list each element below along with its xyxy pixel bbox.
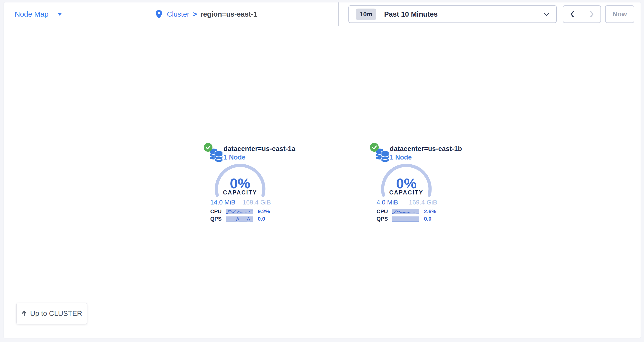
capacity-label: CAPACITY <box>370 189 443 196</box>
qps-metric-row: QPS 0.0 <box>376 216 432 222</box>
breadcrumb-current: region=us-east-1 <box>200 10 257 18</box>
qps-sparkline <box>392 216 419 222</box>
up-to-cluster-label: Up to CLUSTER <box>30 310 82 318</box>
locality-node-count[interactable]: 1 Node <box>224 154 246 161</box>
qps-label: QPS <box>376 216 392 222</box>
time-range-label: Past 10 Minutes <box>384 10 438 18</box>
view-selector-label: Node Map <box>15 10 48 18</box>
cpu-label: CPU <box>376 208 392 215</box>
capacity-total-value: 169.4 GiB <box>242 199 271 206</box>
top-bar-left: Node Map <box>4 2 156 26</box>
caret-down-icon <box>57 13 62 16</box>
locality-node-count[interactable]: 1 Node <box>390 154 412 161</box>
top-bar-middle: Cluster > region=us-east-1 <box>156 2 338 26</box>
chevron-down-icon <box>544 12 550 16</box>
location-pin-icon <box>156 10 162 18</box>
qps-label: QPS <box>210 216 226 222</box>
cpu-sparkline <box>226 209 253 214</box>
up-to-cluster-button[interactable]: Up to CLUSTER <box>16 303 87 324</box>
capacity-values-row: 14.0 MiB 169.4 GiB <box>210 199 271 206</box>
time-range-select[interactable]: 10m Past 10 Minutes <box>348 5 557 23</box>
locality-card[interactable]: datacenter=us-east-1a 1 Node 0% CAPACITY… <box>204 143 277 226</box>
top-bar: Node Map Cluster > region=us-east-1 10m … <box>4 2 640 26</box>
chevron-right-icon <box>589 10 594 18</box>
check-circle-icon <box>204 143 213 152</box>
check-circle-icon <box>370 143 379 152</box>
capacity-label: CAPACITY <box>204 189 277 196</box>
capacity-values-row: 4.0 MiB 169.4 GiB <box>376 199 437 206</box>
view-selector-dropdown[interactable]: Node Map <box>15 10 62 18</box>
breadcrumb: Cluster > region=us-east-1 <box>156 10 258 18</box>
cpu-value: 9.2% <box>258 208 270 215</box>
qps-sparkline <box>226 216 253 222</box>
capacity-total-value: 169.4 GiB <box>409 199 437 206</box>
now-button[interactable]: Now <box>605 5 634 23</box>
breadcrumb-link-cluster[interactable]: Cluster <box>167 10 190 18</box>
node-map-canvas: datacenter=us-east-1a 1 Node 0% CAPACITY… <box>4 26 640 338</box>
time-next-button[interactable] <box>582 5 601 23</box>
qps-value: 0.0 <box>424 216 432 222</box>
capacity-percent: 0% <box>370 175 443 192</box>
locality-card[interactable]: datacenter=us-east-1b 1 Node 0% CAPACITY… <box>370 143 443 226</box>
cpu-metric-row: CPU 9.2% <box>210 209 270 215</box>
chevron-left-icon <box>570 10 575 18</box>
time-controls: 10m Past 10 Minutes Now <box>338 2 640 26</box>
qps-metric-row: QPS 0.0 <box>210 216 265 222</box>
locality-title: datacenter=us-east-1b <box>390 145 462 153</box>
cpu-metric-row: CPU 2.6% <box>376 209 436 215</box>
node-map-panel: Node Map Cluster > region=us-east-1 10m … <box>4 2 640 338</box>
arrow-up-icon <box>21 311 27 317</box>
capacity-used-value: 4.0 MiB <box>376 199 398 206</box>
qps-value: 0.0 <box>258 216 265 222</box>
capacity-percent: 0% <box>204 175 277 192</box>
locality-title: datacenter=us-east-1a <box>224 145 295 153</box>
time-prev-button[interactable] <box>563 5 582 23</box>
time-nav-group <box>563 5 601 23</box>
breadcrumb-separator: > <box>193 10 197 18</box>
capacity-used-value: 14.0 MiB <box>210 199 236 206</box>
time-range-badge: 10m <box>356 8 376 20</box>
cpu-value: 2.6% <box>424 208 436 215</box>
cpu-label: CPU <box>210 208 226 215</box>
cpu-sparkline <box>392 209 419 214</box>
